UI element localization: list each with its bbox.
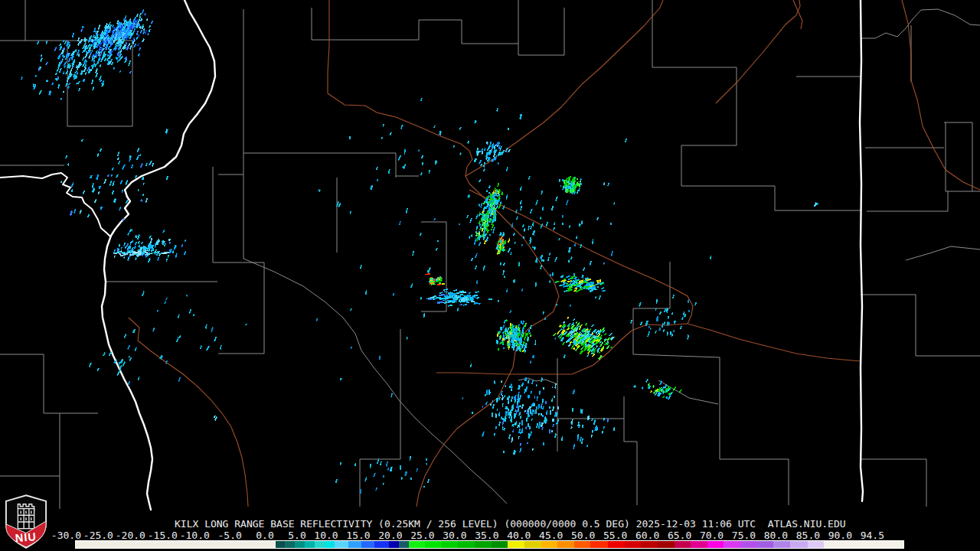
scale-label: 25.0 bbox=[404, 530, 435, 540]
scale-label: 40.0 bbox=[500, 530, 531, 540]
scale-label: 85.0 bbox=[789, 530, 820, 540]
scale-label: 60.0 bbox=[629, 530, 659, 540]
scale-label: 15.0 bbox=[340, 530, 371, 540]
niu-shield-icon: NIU bbox=[4, 494, 48, 549]
scale-label: 35.0 bbox=[468, 530, 498, 540]
scale-label: 45.0 bbox=[532, 530, 563, 540]
scale-label: 90.0 bbox=[822, 530, 852, 540]
scale-label: 75.0 bbox=[725, 530, 756, 540]
scale-label: 0.0 bbox=[243, 530, 274, 540]
scale-label: 80.0 bbox=[757, 530, 788, 540]
scale-label: 5.0 bbox=[276, 530, 306, 540]
scale-label: -30.0 bbox=[51, 530, 81, 540]
product-caption: KILX LONG RANGE BASE REFLECTIVITY (0.25K… bbox=[175, 519, 846, 530]
scale-label: 30.0 bbox=[436, 530, 467, 540]
scale-label: 70.0 bbox=[693, 530, 724, 540]
niu-logo-text: NIU bbox=[15, 530, 37, 544]
radar-map bbox=[0, 0, 980, 551]
scale-label: 55.0 bbox=[596, 530, 627, 540]
scale-label: 10.0 bbox=[308, 530, 338, 540]
scale-label: 20.0 bbox=[372, 530, 403, 540]
scale-label: -5.0 bbox=[211, 530, 242, 540]
scale-label: -25.0 bbox=[83, 530, 113, 540]
niu-logo: NIU bbox=[4, 494, 48, 551]
scale-label: -20.0 bbox=[115, 530, 145, 540]
scale-label: 50.0 bbox=[564, 530, 595, 540]
scale-label: 65.0 bbox=[661, 530, 691, 540]
scale-label: 94.5 bbox=[854, 530, 884, 540]
scale-label: -10.0 bbox=[179, 530, 210, 540]
reflectivity-colorbar bbox=[75, 540, 904, 549]
radar-viewer: NIU KILX LONG RANGE BASE REFLECTIVITY (0… bbox=[0, 0, 980, 551]
scale-label: -15.0 bbox=[147, 530, 178, 540]
